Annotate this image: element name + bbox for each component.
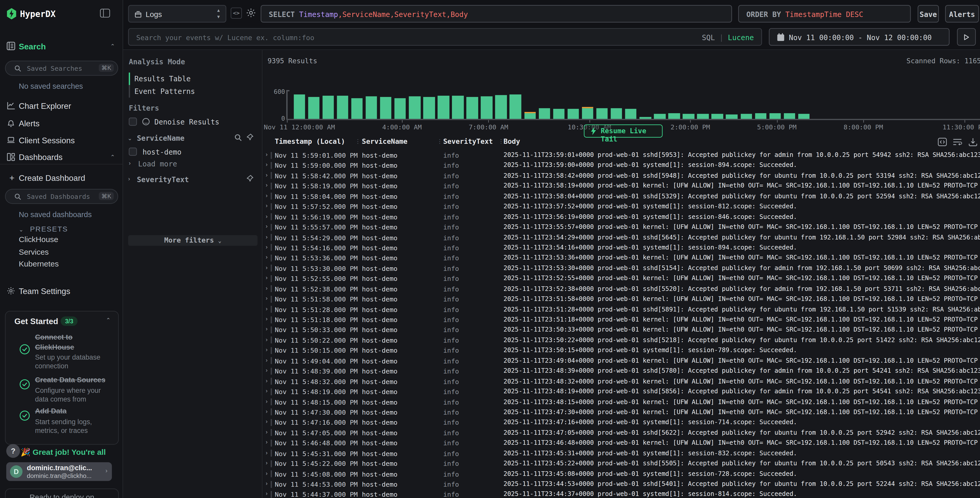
table-row[interactable]: ›Nov 11 5:45:22.000 PMhost-demoinfo2025-… bbox=[262, 459, 980, 469]
code-view-icon[interactable]: <> bbox=[231, 8, 242, 19]
histogram-bar[interactable] bbox=[467, 97, 478, 119]
table-row[interactable]: ›Nov 11 5:58:04.000 PMhost-demoinfo2025-… bbox=[262, 191, 980, 201]
expand-row-icon[interactable]: › bbox=[266, 470, 267, 476]
code-view-icon[interactable] bbox=[937, 137, 947, 146]
host-demo-checkbox[interactable] bbox=[129, 148, 137, 156]
histogram-bar[interactable] bbox=[524, 113, 536, 119]
table-row[interactable]: ›Nov 11 5:45:08.000 PMhost-demoinfo2025-… bbox=[262, 469, 980, 479]
create-dashboard-button[interactable]: + Create Dashboard bbox=[0, 170, 123, 186]
table-row[interactable]: ›Nov 11 5:54:29.000 PMhost-demoinfo2025-… bbox=[262, 232, 980, 243]
histogram-bar-warn[interactable] bbox=[582, 107, 593, 108]
expand-row-icon[interactable]: › bbox=[266, 233, 267, 240]
table-row[interactable]: ›Nov 11 5:47:30.000 PMhost-demoinfo2025-… bbox=[262, 407, 980, 418]
histogram-bar[interactable] bbox=[438, 96, 449, 119]
table-row[interactable]: ›Nov 11 5:58:19.000 PMhost-demoinfo2025-… bbox=[262, 181, 980, 191]
expand-row-icon[interactable]: › bbox=[266, 378, 267, 384]
select-query-input[interactable]: SELECT Timestamp,ServiceName,SeverityTex… bbox=[261, 5, 732, 22]
col-timestamp[interactable]: Timestamp (Local) bbox=[275, 137, 345, 146]
table-row[interactable]: ›Nov 11 5:44:37.000 PMhost-demoinfo2025-… bbox=[262, 489, 980, 498]
table-row[interactable]: ›Nov 11 5:47:05.000 PMhost-demoinfo2025-… bbox=[262, 428, 980, 438]
histogram-bar[interactable] bbox=[726, 114, 738, 119]
histogram-bar[interactable] bbox=[654, 114, 666, 119]
column-resize-handle[interactable]: ⋮⋮ bbox=[498, 138, 500, 145]
expand-row-icon[interactable]: › bbox=[266, 213, 267, 219]
histogram-bar[interactable] bbox=[625, 109, 636, 119]
sidebar-item-client-sessions[interactable]: Client Sessions bbox=[0, 132, 123, 149]
expand-row-icon[interactable]: › bbox=[266, 265, 267, 271]
table-row[interactable]: ›Nov 11 5:51:28.000 PMhost-demoinfo2025-… bbox=[262, 304, 980, 314]
expand-row-icon[interactable]: › bbox=[266, 244, 267, 250]
expand-row-icon[interactable]: › bbox=[266, 398, 267, 404]
histogram-bar[interactable] bbox=[611, 108, 622, 119]
histogram-bar[interactable] bbox=[308, 97, 320, 119]
histogram-bar[interactable] bbox=[697, 114, 709, 119]
table-row[interactable]: ›Nov 11 5:48:32.000 PMhost-demoinfo2025-… bbox=[262, 376, 980, 386]
histogram-bar[interactable] bbox=[409, 96, 420, 119]
table-row[interactable]: ›Nov 11 5:53:36.000 PMhost-demoinfo2025-… bbox=[262, 253, 980, 263]
table-row[interactable]: ›Nov 11 5:52:38.000 PMhost-demoinfo2025-… bbox=[262, 284, 980, 294]
expand-row-icon[interactable]: › bbox=[266, 460, 267, 466]
histogram-bar[interactable] bbox=[553, 109, 565, 119]
sidebar-item-team-settings[interactable]: Team Settings bbox=[0, 283, 123, 299]
histogram-bar[interactable] bbox=[582, 108, 593, 119]
events-histogram[interactable]: 600 0 Nov 11 12:00:00 AM4:00:00 AM7:00:0… bbox=[262, 68, 980, 113]
histogram-bar[interactable] bbox=[683, 114, 694, 119]
chevron-right-icon[interactable]: › bbox=[128, 176, 130, 182]
table-row[interactable]: ›Nov 11 5:51:18.000 PMhost-demoinfo2025-… bbox=[262, 314, 980, 325]
saved-dashboards-input[interactable]: Saved Dashboards ⌘K bbox=[5, 189, 118, 204]
filter-group-servicename[interactable]: ServiceName bbox=[137, 134, 185, 142]
histogram-bar[interactable] bbox=[596, 108, 608, 119]
table-row[interactable]: ›Nov 11 5:48:39.000 PMhost-demoinfo2025-… bbox=[262, 366, 980, 376]
histogram-bar[interactable] bbox=[784, 113, 795, 119]
histogram-bar[interactable] bbox=[640, 117, 651, 119]
date-range-picker[interactable]: Nov 11 00:00:00 - Nov 12 00:00:00 bbox=[769, 28, 950, 46]
query-language-toggle[interactable]: SQL | Lucene bbox=[702, 33, 754, 42]
histogram-bar[interactable] bbox=[452, 96, 463, 119]
table-row[interactable]: ›Nov 11 5:59:01.000 PMhost-demoinfo2025-… bbox=[262, 150, 980, 161]
histogram-bar[interactable] bbox=[539, 108, 550, 119]
preset-kubernetes[interactable]: Kubernetes bbox=[19, 260, 59, 268]
expand-row-icon[interactable]: › bbox=[266, 316, 267, 322]
order-by-input[interactable]: ORDER BY TimestampTime DESC bbox=[738, 5, 911, 22]
expand-row-icon[interactable]: › bbox=[266, 151, 267, 157]
sidebar-item-search[interactable]: Search ⌃ bbox=[0, 40, 123, 54]
search-icon[interactable] bbox=[234, 134, 242, 141]
expand-row-icon[interactable]: › bbox=[266, 409, 267, 415]
presets-header[interactable]: ⌄ PRESETS bbox=[19, 223, 68, 234]
histogram-bar[interactable] bbox=[322, 96, 334, 119]
table-row[interactable]: ›Nov 11 5:46:48.000 PMhost-demoinfo2025-… bbox=[262, 438, 980, 449]
deploy-banner[interactable]: Ready to deploy on bbox=[5, 488, 119, 498]
table-row[interactable]: ›Nov 11 5:45:31.000 PMhost-demoinfo2025-… bbox=[262, 449, 980, 459]
table-row[interactable]: ›Nov 11 5:50:33.000 PMhost-demoinfo2025-… bbox=[262, 325, 980, 335]
search-input[interactable]: Search your events w/ Lucene ex. column:… bbox=[128, 28, 762, 46]
table-row[interactable]: ›Nov 11 5:48:19.000 PMhost-demoinfo2025-… bbox=[262, 386, 980, 397]
table-row[interactable]: ›Nov 11 5:47:16.000 PMhost-demoinfo2025-… bbox=[262, 418, 980, 428]
expand-row-icon[interactable]: › bbox=[266, 449, 267, 456]
pin-icon[interactable] bbox=[246, 174, 254, 183]
histogram-bar[interactable] bbox=[510, 95, 521, 119]
saved-searches-input[interactable]: Saved Searches ⌘K bbox=[5, 61, 118, 76]
preset-services[interactable]: Services bbox=[19, 247, 49, 256]
expand-row-icon[interactable]: › bbox=[266, 285, 267, 291]
expand-row-icon[interactable]: › bbox=[266, 490, 267, 497]
expand-row-icon[interactable]: › bbox=[266, 326, 267, 332]
sidebar-collapse-icon[interactable] bbox=[100, 9, 110, 18]
column-resize-handle[interactable]: ⋮⋮ bbox=[355, 138, 357, 145]
table-row[interactable]: ›Nov 11 5:44:53.000 PMhost-demoinfo2025-… bbox=[262, 479, 980, 490]
expand-row-icon[interactable]: › bbox=[266, 367, 267, 374]
histogram-bar[interactable] bbox=[712, 113, 723, 118]
histogram-bar[interactable] bbox=[366, 96, 377, 119]
resume-live-tail-button[interactable]: Resume Live Tail bbox=[584, 124, 662, 137]
alerts-button[interactable]: Alerts bbox=[945, 5, 979, 22]
expand-row-icon[interactable]: › bbox=[266, 337, 267, 343]
table-row[interactable]: ›Nov 11 5:58:42.000 PMhost-demoinfo2025-… bbox=[262, 171, 980, 181]
histogram-bar[interactable] bbox=[337, 96, 348, 119]
table-row[interactable]: ›Nov 11 5:56:19.000 PMhost-demoinfo2025-… bbox=[262, 212, 980, 222]
histogram-bar[interactable] bbox=[769, 113, 781, 119]
mode-results-table[interactable]: Results Table bbox=[134, 74, 191, 83]
histogram-bar[interactable] bbox=[395, 98, 406, 119]
preset-clickhouse[interactable]: ClickHouse bbox=[19, 235, 58, 244]
expand-row-icon[interactable]: › bbox=[266, 223, 267, 230]
table-row[interactable]: ›Nov 11 5:52:55.000 PMhost-demoinfo2025-… bbox=[262, 273, 980, 284]
expand-row-icon[interactable]: › bbox=[266, 275, 267, 281]
